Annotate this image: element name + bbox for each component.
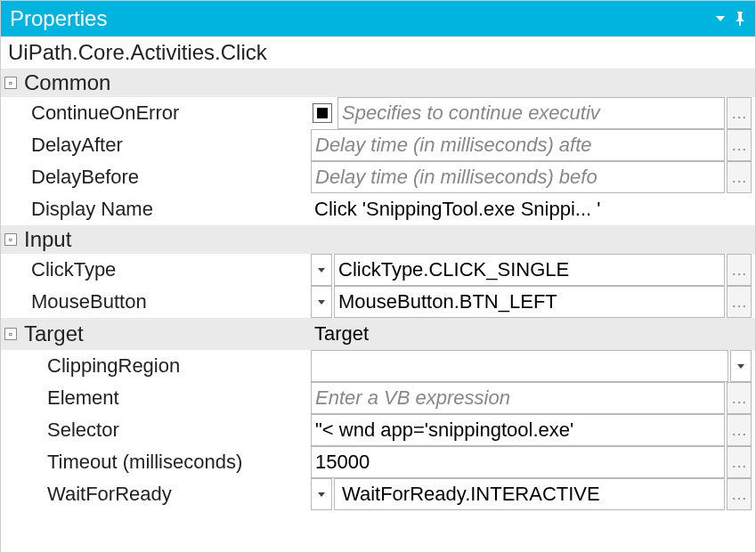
expander-input[interactable]: ▫ bbox=[4, 233, 17, 246]
window-position-dropdown-icon[interactable] bbox=[716, 16, 725, 21]
ellipsis-mouse-button[interactable]: … bbox=[727, 286, 752, 318]
input-element[interactable]: Enter a VB expression bbox=[311, 382, 725, 414]
label-timeout: Timeout (milliseconds) bbox=[1, 446, 311, 478]
label-display-name: Display Name bbox=[1, 193, 311, 225]
label-continue-on-error: ContinueOnError bbox=[1, 97, 311, 129]
dropdown-click-type[interactable] bbox=[311, 254, 332, 286]
label-wait-for-ready: WaitForReady bbox=[1, 478, 311, 510]
label-click-type: ClickType bbox=[1, 254, 311, 286]
ellipsis-element[interactable]: … bbox=[727, 382, 752, 414]
ellipsis-continue-on-error[interactable]: … bbox=[727, 97, 752, 129]
expander-common[interactable]: ▫ bbox=[4, 77, 17, 89]
input-selector[interactable]: "< wnd app='snippingtool.exe' bbox=[311, 414, 725, 446]
label-element: Element bbox=[1, 382, 311, 414]
label-clipping-region: ClippingRegion bbox=[1, 350, 311, 382]
group-header-common: ▫ Common bbox=[1, 69, 755, 97]
ellipsis-delay-before[interactable]: … bbox=[727, 161, 752, 193]
input-clipping-region[interactable] bbox=[311, 350, 728, 382]
input-continue-on-error[interactable]: Specifies to continue executiv bbox=[337, 97, 725, 129]
expander-target[interactable]: ▫ bbox=[4, 328, 17, 340]
label-selector: Selector bbox=[1, 414, 311, 446]
pin-icon[interactable] bbox=[734, 12, 746, 26]
input-timeout[interactable]: 15000 bbox=[311, 446, 725, 478]
ellipsis-wait-for-ready[interactable]: … bbox=[727, 478, 752, 510]
input-delay-before[interactable]: Delay time (in milliseconds) befo bbox=[311, 161, 725, 193]
label-mouse-button: MouseButton bbox=[1, 286, 311, 318]
panel-titlebar: Properties bbox=[1, 1, 755, 37]
ellipsis-click-type[interactable]: … bbox=[727, 254, 752, 286]
label-delay-after: DelayAfter bbox=[1, 129, 311, 161]
dropdown-wait-for-ready[interactable] bbox=[311, 478, 332, 510]
ellipsis-selector[interactable]: … bbox=[727, 414, 752, 446]
ellipsis-delay-after[interactable]: … bbox=[727, 129, 752, 161]
dropdown-mouse-button[interactable] bbox=[311, 286, 332, 318]
activity-type: UiPath.Core.Activities.Click bbox=[1, 37, 755, 69]
input-wait-for-ready[interactable]: WaitForReady.INTERACTIVE bbox=[334, 478, 725, 510]
group-label-common: Common bbox=[24, 70, 110, 95]
input-delay-after[interactable]: Delay time (in milliseconds) afte bbox=[311, 129, 725, 161]
dropdown-clipping-region[interactable] bbox=[730, 350, 752, 382]
checkbox-continue-on-error[interactable] bbox=[313, 103, 332, 123]
input-click-type[interactable]: ClickType.CLICK_SINGLE bbox=[334, 254, 725, 286]
group-label-input: Input bbox=[24, 227, 71, 252]
group-header-input: ▫ Input bbox=[1, 225, 755, 254]
group-label-target: Target bbox=[24, 321, 84, 346]
label-delay-before: DelayBefore bbox=[1, 161, 311, 193]
input-mouse-button[interactable]: MouseButton.BTN_LEFT bbox=[334, 286, 725, 318]
panel-title: Properties bbox=[10, 6, 107, 31]
group-header-target: ▫ Target bbox=[1, 318, 311, 350]
value-target: Target bbox=[311, 318, 752, 350]
input-display-name[interactable]: Click 'SnippingTool.exe Snippi... ' bbox=[311, 193, 752, 225]
ellipsis-timeout[interactable]: … bbox=[727, 446, 752, 478]
